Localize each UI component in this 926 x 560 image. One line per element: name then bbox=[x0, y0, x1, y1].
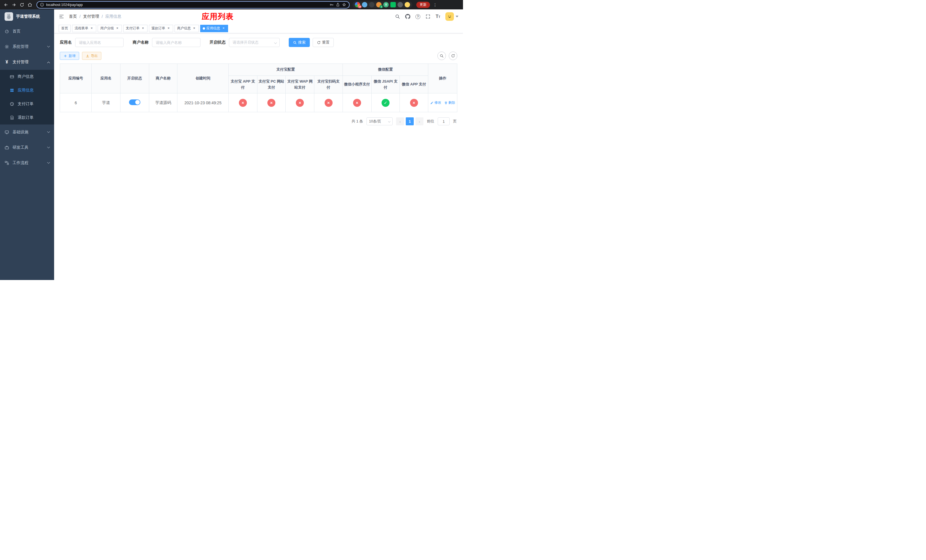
channel-status-icon: × bbox=[267, 99, 275, 107]
url-text[interactable]: localhost:1024/pay/app bbox=[46, 3, 83, 7]
refresh-table-button[interactable] bbox=[449, 51, 457, 60]
breadcrumb-home[interactable]: 首页 bbox=[69, 14, 77, 19]
password-key-icon[interactable] bbox=[330, 3, 334, 7]
breadcrumb-payment[interactable]: 支付管理 bbox=[83, 14, 99, 19]
search-button[interactable]: 搜索 bbox=[289, 38, 310, 47]
chevron-down-icon bbox=[47, 145, 50, 148]
sidebar-item-dev-tools[interactable]: 研发工具 bbox=[0, 140, 54, 155]
goto-page-input[interactable] bbox=[438, 117, 449, 125]
add-button[interactable]: 新增 bbox=[60, 52, 79, 60]
sidebar-item-label: 支付订单 bbox=[18, 101, 33, 106]
tab-refund-order[interactable]: 退款订单 × bbox=[149, 25, 173, 32]
search-icon[interactable] bbox=[395, 14, 400, 19]
page-title: 应用列表 bbox=[201, 11, 233, 22]
sidebar-item-pay-order[interactable]: 支付订单 bbox=[0, 97, 54, 111]
chrome-update-button[interactable]: 更新 bbox=[416, 2, 430, 8]
col-header-wx-app: 微信 APP 支付 bbox=[400, 76, 428, 94]
table-header-group-row: 应用编号 应用名 开启状态 商户名称 创建时间 支付宝配置 微信配置 操作 bbox=[60, 64, 457, 76]
status-toggle[interactable] bbox=[129, 100, 141, 105]
close-icon[interactable]: × bbox=[192, 26, 196, 30]
profile-avatar-icon[interactable] bbox=[405, 2, 410, 8]
next-page-button[interactable]: › bbox=[415, 117, 424, 125]
sidebar-item-merchant-info[interactable]: 商户信息 bbox=[0, 70, 54, 83]
extension-wechat-devtools-icon[interactable] bbox=[390, 2, 396, 8]
home-icon[interactable] bbox=[26, 1, 33, 9]
extension-vue-icon[interactable]: V bbox=[383, 2, 389, 8]
sidebar-item-label: 基础设施 bbox=[12, 130, 29, 135]
close-icon[interactable]: × bbox=[90, 26, 94, 30]
search-icon bbox=[293, 41, 297, 44]
font-size-icon[interactable]: TT bbox=[436, 14, 440, 19]
page-size-select[interactable]: 10条/页 bbox=[366, 117, 393, 125]
chevron-down-icon bbox=[455, 16, 458, 17]
share-icon[interactable] bbox=[336, 3, 340, 7]
col-header-app-name: 应用名 bbox=[92, 64, 121, 94]
extension-person-icon[interactable]: 1 bbox=[376, 2, 381, 8]
credit-card-icon bbox=[10, 74, 14, 79]
pagination: 共 1 条 10条/页 ‹ 1 › 前往 页 bbox=[60, 117, 457, 125]
channel-status-icon: × bbox=[353, 99, 361, 107]
app-name-label: 应用名 bbox=[60, 40, 72, 45]
tab-pay-order[interactable]: 支付订单 × bbox=[123, 25, 147, 32]
prev-page-button[interactable]: ‹ bbox=[396, 117, 404, 125]
refresh-icon bbox=[317, 41, 321, 44]
cell-app-name: 芋道 bbox=[92, 94, 121, 112]
edit-link[interactable]: 修改 bbox=[430, 100, 441, 105]
sidebar-item-workflow[interactable]: 工作流程 bbox=[0, 155, 54, 171]
goto-page-suffix: 页 bbox=[453, 119, 457, 124]
github-icon[interactable] bbox=[405, 14, 410, 19]
help-icon[interactable]: ? bbox=[415, 14, 420, 19]
fullscreen-icon[interactable] bbox=[425, 14, 431, 19]
reload-icon[interactable] bbox=[18, 1, 26, 9]
col-header-merchant: 商户名称 bbox=[149, 64, 177, 94]
tab-label: 商户信息 bbox=[177, 26, 191, 31]
col-header-wx-lite: 微信小程序支付 bbox=[342, 76, 371, 94]
site-info-icon[interactable] bbox=[40, 3, 44, 7]
page-1-button[interactable]: 1 bbox=[406, 117, 414, 125]
sidebar-item-infrastructure[interactable]: 基础设施 bbox=[0, 124, 54, 140]
channel-status-icon: ✓ bbox=[381, 99, 390, 107]
tab-home[interactable]: 首页 bbox=[59, 25, 71, 32]
close-icon[interactable]: × bbox=[166, 26, 171, 30]
delete-link[interactable]: 删除 bbox=[444, 100, 455, 105]
document-icon bbox=[10, 115, 14, 120]
merchant-name-input[interactable] bbox=[152, 38, 200, 47]
extension-pinwheel-icon[interactable]: 10 bbox=[355, 2, 360, 8]
sidebar-item-system[interactable]: 系统管理 bbox=[0, 39, 54, 54]
user-avatar-dropdown[interactable] bbox=[445, 12, 458, 21]
reset-button[interactable]: 重置 bbox=[313, 38, 334, 47]
sidebar-item-app-info[interactable]: 应用信息 bbox=[0, 83, 54, 97]
sidebar-item-home[interactable]: 首页 bbox=[0, 24, 54, 39]
sidebar-item-refund-order[interactable]: 退款订单 bbox=[0, 111, 54, 124]
app-table: 应用编号 应用名 开启状态 商户名称 创建时间 支付宝配置 微信配置 操作 支付… bbox=[60, 64, 457, 112]
export-button[interactable]: 导出 bbox=[82, 52, 101, 60]
extension-dark-icon[interactable] bbox=[369, 2, 374, 8]
clock-order-icon bbox=[10, 102, 14, 106]
app-name-input[interactable] bbox=[75, 38, 124, 47]
app-header: 首页 / 支付管理 / 应用信息 应用列表 ? bbox=[54, 9, 463, 24]
breadcrumb-current: 应用信息 bbox=[105, 14, 121, 19]
toggle-search-button[interactable] bbox=[437, 51, 446, 60]
back-icon[interactable] bbox=[2, 1, 10, 9]
bookmark-star-icon[interactable] bbox=[342, 3, 346, 7]
extension-drop-icon[interactable] bbox=[362, 2, 367, 8]
sidebar-item-payment[interactable]: ¥ 支付管理 bbox=[0, 54, 54, 70]
close-icon[interactable]: × bbox=[115, 26, 119, 30]
sidebar-item-label: 首页 bbox=[12, 29, 21, 34]
collapse-sidebar-icon[interactable] bbox=[59, 14, 64, 20]
status-select[interactable]: 请选择开启状态 bbox=[229, 38, 280, 47]
chrome-menu-icon[interactable]: ⋮ bbox=[432, 3, 438, 7]
tab-process-form[interactable]: 流程表单 × bbox=[72, 25, 96, 32]
tab-user-group[interactable]: 用户分组 × bbox=[98, 25, 122, 32]
forward-icon[interactable] bbox=[10, 1, 18, 9]
col-group-alipay: 支付宝配置 bbox=[228, 64, 343, 76]
tab-merchant-info[interactable]: 商户信息 × bbox=[174, 25, 199, 32]
tab-app-info[interactable]: 应用信息 × bbox=[200, 25, 228, 32]
col-group-wechat: 微信配置 bbox=[342, 64, 428, 76]
screen: localhost:1024/pay/app 10 1 V 更新 ⋮ bbox=[0, 0, 463, 280]
address-bar[interactable]: localhost:1024/pay/app bbox=[36, 1, 350, 9]
extensions-puzzle-icon[interactable] bbox=[398, 2, 403, 8]
close-icon[interactable]: × bbox=[141, 26, 145, 30]
header-actions: ? TT bbox=[395, 12, 458, 21]
close-icon[interactable]: × bbox=[221, 26, 225, 30]
